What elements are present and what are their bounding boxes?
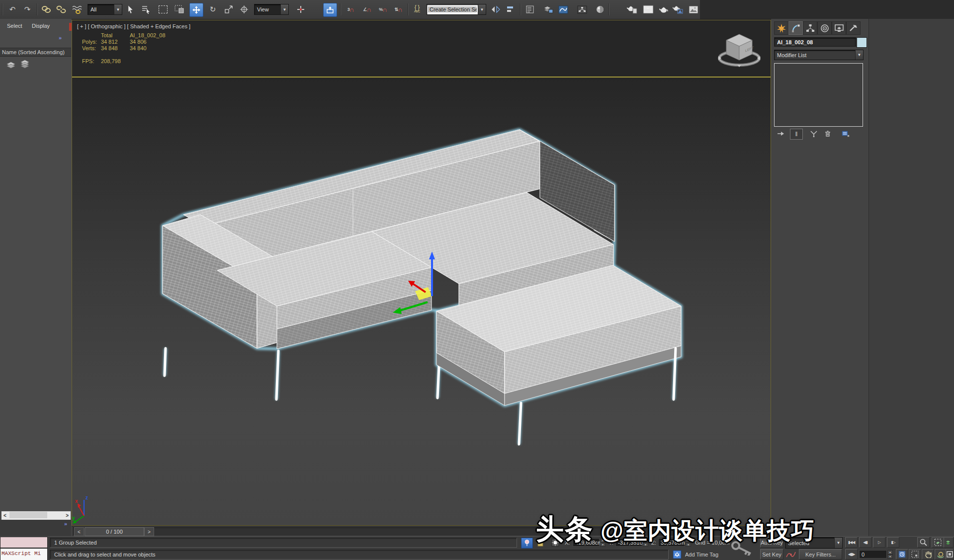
current-frame-field[interactable]: 0: [859, 550, 887, 559]
curve-editor-icon[interactable]: [557, 3, 570, 16]
angle-snap-icon[interactable]: ∠∩: [360, 3, 373, 16]
tab-create[interactable]: [774, 21, 788, 35]
time-tag-icon[interactable]: [672, 550, 682, 560]
tab-utilities[interactable]: [846, 21, 861, 35]
redo-icon[interactable]: ↷: [21, 3, 34, 16]
explorer-menu-display[interactable]: Display: [32, 23, 50, 29]
select-object-icon[interactable]: [124, 3, 137, 16]
select-and-move-icon[interactable]: [189, 3, 203, 17]
key-filters-button[interactable]: Key Filters...: [799, 549, 842, 560]
named-selection-value: Create Selection Se: [428, 6, 477, 12]
add-time-tag[interactable]: Add Time Tag: [685, 552, 718, 558]
command-panel-empty-column: [869, 19, 954, 536]
set-keys-icon[interactable]: [785, 550, 796, 560]
viewport-canvas[interactable]: z y x: [72, 78, 771, 525]
window-crossing-icon[interactable]: [173, 3, 186, 16]
time-configuration-icon[interactable]: [896, 549, 908, 560]
isolate-selection-toggle[interactable]: [521, 538, 533, 549]
pin-stack-icon[interactable]: [775, 129, 787, 139]
rectangular-region-icon[interactable]: [157, 3, 170, 16]
play-selected-icon[interactable]: ▮▷: [887, 537, 899, 548]
scrollbar-thumb[interactable]: [9, 512, 47, 518]
pan-hand-icon[interactable]: [922, 549, 934, 560]
show-end-result-icon[interactable]: ‖: [790, 129, 803, 140]
object-color-swatch[interactable]: [857, 37, 867, 48]
undo-icon[interactable]: ↶: [6, 3, 19, 16]
named-selection-dropdown[interactable]: Create Selection Se▼: [427, 4, 486, 15]
explorer-footer: »: [0, 520, 71, 536]
remove-modifier-icon[interactable]: [822, 129, 834, 139]
previous-frame-icon[interactable]: ◀▮: [859, 537, 871, 548]
key-mode-toggle-icon[interactable]: ◀▮▶: [845, 549, 858, 560]
rendered-frame-window-icon[interactable]: [642, 3, 655, 16]
set-key-button[interactable]: Set Key: [760, 549, 783, 560]
stats-polys-label: Polys:: [82, 39, 97, 45]
layer-stack-icon[interactable]: [20, 59, 33, 72]
tab-modify[interactable]: [788, 21, 803, 35]
explorer-footer-chevron[interactable]: »: [64, 521, 67, 527]
select-and-rotate-icon[interactable]: ↻: [206, 3, 219, 16]
play-animation-icon[interactable]: ▷: [873, 537, 885, 548]
explorer-h-scrollbar[interactable]: < >: [1, 511, 71, 520]
make-unique-icon[interactable]: [808, 129, 820, 139]
schematic-view-icon[interactable]: [576, 3, 589, 16]
zoom-extents-all-icon[interactable]: [944, 537, 954, 548]
toolbar-handle[interactable]: [2, 3, 3, 15]
unlink-icon[interactable]: [55, 3, 68, 16]
time-slider-thumb[interactable]: 0 / 100: [85, 527, 144, 536]
selection-filter-dropdown[interactable]: All▼: [87, 4, 122, 15]
explorer-overflow-chevron[interactable]: »: [59, 35, 62, 41]
select-and-scale-icon[interactable]: [222, 3, 235, 16]
stats-fps-value: 208,798: [101, 58, 121, 64]
material-editor-icon[interactable]: [594, 3, 607, 16]
render-cloud-icon[interactable]: [671, 3, 684, 16]
named-selection-sets-icon[interactable]: { }ABC: [411, 3, 424, 16]
explorer-sort-header[interactable]: Name (Sorted Ascending): [0, 48, 71, 57]
command-panel: AI_18_002_08 Modifier List▼ ‖: [771, 19, 954, 536]
scene-explorer-icon[interactable]: [542, 3, 555, 16]
scroll-right-icon[interactable]: >: [66, 513, 71, 518]
maxscript-mini-listener[interactable]: MAXScript Mi: [0, 548, 48, 560]
scroll-left-icon[interactable]: <: [1, 513, 6, 518]
viewport[interactable]: [ + ] [ Orthographic ] [ Shaded + Edged …: [72, 20, 771, 526]
link-icon[interactable]: [40, 3, 53, 16]
tab-hierarchy[interactable]: [803, 21, 817, 35]
render-setup-icon[interactable]: [625, 3, 638, 16]
select-and-place-icon[interactable]: [238, 3, 251, 16]
snaps-toggle-icon[interactable]: 3∩: [344, 3, 357, 16]
selection-region-icon[interactable]: [909, 549, 921, 560]
bind-spacewarp-icon[interactable]: [71, 3, 84, 16]
maximize-viewport-icon[interactable]: [946, 549, 954, 560]
select-and-manipulate-icon[interactable]: [294, 3, 307, 16]
layer-stack-icon[interactable]: [6, 60, 19, 72]
chevron-down-icon: ▼: [834, 538, 842, 548]
configure-modifier-sets-icon[interactable]: [840, 129, 852, 139]
frame-spinner[interactable]: ▲▼: [887, 550, 893, 559]
use-center-flyout-icon[interactable]: [323, 3, 337, 17]
align-icon[interactable]: [505, 3, 518, 16]
explorer-menu-select[interactable]: Select: [7, 23, 22, 29]
spinner-snap-icon[interactable]: ⇅∩: [392, 3, 405, 16]
render-production-icon[interactable]: [657, 3, 670, 16]
layer-manager-icon[interactable]: [524, 3, 537, 16]
mirror-icon[interactable]: [489, 3, 502, 16]
sofa-model[interactable]: z y x: [72, 78, 771, 525]
modifier-list-dropdown[interactable]: Modifier List▼: [774, 50, 864, 60]
tab-motion[interactable]: [817, 21, 832, 35]
reference-coordinate-dropdown[interactable]: View▼: [254, 4, 289, 15]
axis-tripod: z y x: [72, 495, 88, 524]
viewcube[interactable]: LEFT: [715, 27, 765, 72]
prev-frame-button[interactable]: <: [74, 527, 84, 536]
maxscript-mini-listener-pink[interactable]: [0, 537, 48, 548]
go-to-start-icon[interactable]: ▮◀◀: [845, 537, 858, 548]
zoom-extents-icon[interactable]: [932, 537, 944, 548]
object-name-field[interactable]: AI_18_002_08: [774, 37, 856, 47]
tab-display[interactable]: [832, 21, 846, 35]
next-frame-button[interactable]: >: [144, 527, 154, 536]
select-by-name-icon[interactable]: [140, 3, 153, 16]
zoom-icon[interactable]: [917, 537, 930, 548]
open-rendered-image-icon[interactable]: [687, 3, 700, 16]
percent-snap-icon[interactable]: %∩: [376, 3, 389, 16]
viewport-label[interactable]: [ + ] [ Orthographic ] [ Shaded + Edged …: [77, 23, 190, 29]
modifier-stack[interactable]: [774, 63, 863, 127]
